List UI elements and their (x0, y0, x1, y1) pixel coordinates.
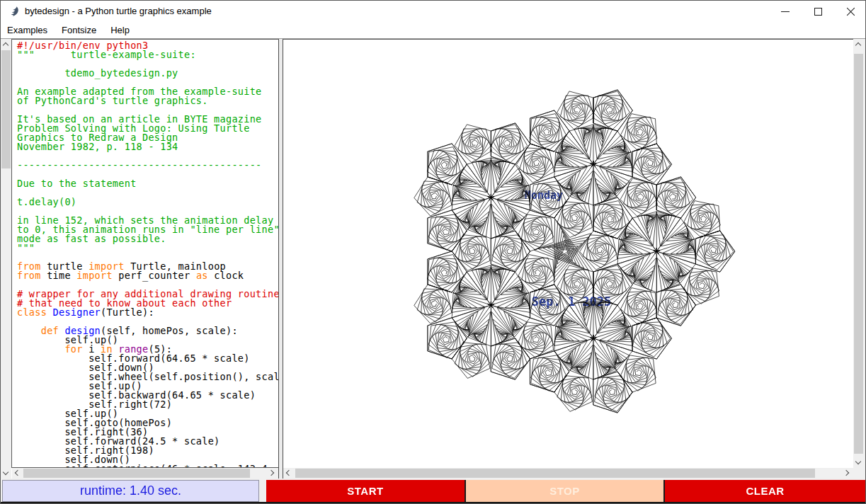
window-title: bytedesign - a Python turtle graphics ex… (25, 6, 212, 16)
code-line: """ turtle-example-suite: (17, 50, 278, 59)
pane-divider (278, 39, 283, 480)
code-line: """ (17, 244, 278, 253)
canvas-hscrollbar-thumb[interactable] (295, 469, 815, 478)
stop-button[interactable]: STOP (466, 480, 663, 502)
minimize-icon (781, 11, 790, 12)
scroll-down-icon[interactable] (853, 457, 864, 468)
maximize-button[interactable] (802, 1, 834, 22)
menu-help[interactable]: Help (103, 22, 137, 38)
code-line: from time import perf_counter as clock (17, 271, 278, 280)
scroll-down-icon[interactable] (1, 468, 11, 479)
code-editor[interactable]: #!/usr/bin/env python3""" turtle-example… (11, 39, 278, 468)
code-line: November 1982, p. 118 - 134 (17, 142, 278, 151)
canvas-vscrollbar (853, 39, 864, 468)
app-window: bytedesign - a Python turtle graphics ex… (0, 0, 866, 504)
code-line: class Designer(Turtle): (17, 308, 278, 317)
python-feather-icon (9, 6, 21, 17)
scroll-left-icon[interactable] (283, 468, 294, 479)
close-button[interactable] (834, 1, 866, 22)
clear-button[interactable]: CLEAR (665, 480, 865, 502)
maximize-icon (814, 8, 822, 16)
turtle-canvas-area (283, 39, 853, 468)
scroll-up-icon[interactable] (853, 39, 864, 50)
code-line: of PythonCard's turtle graphics. (17, 96, 278, 105)
code-line: ----------------------------------------… (17, 161, 278, 170)
code-vscrollbar-thumb[interactable] (1, 50, 11, 168)
turtle-canvas (283, 40, 853, 469)
code-line: t.delay(0) (17, 197, 278, 207)
minimize-button[interactable] (769, 1, 802, 22)
menu-examples[interactable]: Examples (1, 22, 55, 38)
title-bar: bytedesign - a Python turtle graphics ex… (1, 1, 866, 22)
window-controls (769, 1, 866, 22)
scroll-right-icon[interactable] (268, 468, 278, 479)
canvas-vscrollbar-thumb[interactable] (854, 54, 863, 454)
scroll-right-icon[interactable] (843, 468, 853, 479)
status-bar: runtime: 1.40 sec. START STOP CLEAR (1, 480, 866, 502)
menu-fontsize[interactable]: Fontsize (55, 22, 103, 38)
start-button[interactable]: START (266, 480, 465, 502)
canvas-hscrollbar (283, 468, 853, 479)
menu-bar: Examples Fontsize Help (1, 22, 866, 38)
code-vscrollbar (1, 39, 11, 468)
code-hscrollbar (12, 468, 278, 479)
code-line: tdemo_bytedesign.py (17, 69, 278, 78)
scroll-left-icon[interactable] (12, 468, 23, 479)
code-hscrollbar-thumb[interactable] (23, 469, 250, 478)
scroll-up-icon[interactable] (1, 39, 11, 50)
runtime-label: runtime: 1.40 sec. (2, 480, 259, 502)
scrollbar-corner (853, 468, 866, 479)
code-line: mode as fast as possible. (17, 234, 278, 244)
code-line: Due to the statement (17, 179, 278, 188)
